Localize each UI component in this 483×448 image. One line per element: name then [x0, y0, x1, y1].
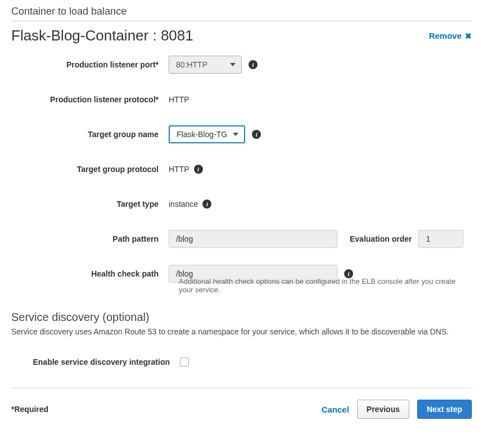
footer: *Required Cancel Previous Next step [11, 400, 472, 419]
path-pattern-input[interactable] [169, 230, 337, 248]
path-pattern-label: Path pattern [11, 234, 169, 243]
info-icon[interactable]: i [249, 60, 258, 69]
prod-listener-port-label: Production listener port* [11, 60, 169, 69]
eval-order-label: Evaluation order [350, 234, 412, 243]
target-type-label: Target type [11, 200, 169, 209]
health-check-helper: Additional health check options can be c… [169, 277, 472, 294]
target-group-name-select[interactable]: Flask-Blog-TG [169, 125, 245, 143]
container-title: Flask-Blog-Container : 8081 [11, 27, 193, 44]
target-group-protocol-label: Target group protocol [11, 165, 169, 174]
previous-button[interactable]: Previous [357, 400, 409, 419]
service-discovery-desc: Service discovery uses Amazon Route 53 t… [11, 327, 472, 336]
next-step-button[interactable]: Next step [417, 400, 472, 419]
remove-button[interactable]: Remove ✖ [429, 31, 472, 40]
info-icon[interactable]: i [194, 165, 203, 174]
enable-discovery-label: Enable service discovery integration [11, 358, 180, 366]
section-title: Container to load balance [11, 6, 472, 21]
prod-listener-port-value: 80:HTTP [176, 60, 207, 69]
caret-down-icon [233, 133, 238, 136]
divider [11, 388, 472, 388]
info-icon[interactable]: i [252, 130, 261, 139]
container-header: Flask-Blog-Container : 8081 Remove ✖ [11, 27, 472, 44]
service-discovery-title: Service discovery (optional) [11, 311, 472, 324]
remove-label: Remove [429, 31, 462, 40]
close-icon: ✖ [465, 31, 472, 40]
target-group-protocol-value: HTTP [169, 165, 189, 174]
target-group-name-label: Target group name [11, 130, 169, 139]
eval-order-input[interactable] [418, 230, 463, 248]
prod-listener-protocol-value: HTTP [169, 95, 189, 104]
caret-down-icon [230, 63, 236, 66]
enable-discovery-checkbox[interactable] [180, 358, 189, 366]
target-type-value: instance [169, 200, 198, 209]
required-text: *Required [11, 405, 48, 414]
health-check-label: Health check path [11, 269, 169, 278]
prod-listener-port-select[interactable]: 80:HTTP [169, 56, 242, 74]
target-group-name-value: Flask-Blog-TG [177, 130, 227, 139]
cancel-button[interactable]: Cancel [322, 405, 349, 414]
prod-listener-protocol-label: Production listener protocol* [11, 95, 169, 104]
info-icon[interactable]: i [202, 200, 211, 209]
